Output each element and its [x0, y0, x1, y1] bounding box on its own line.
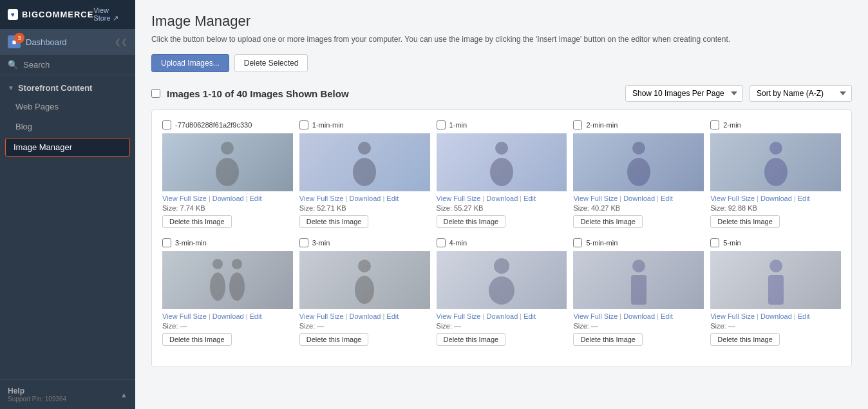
edit-link-9[interactable]: Edit — [798, 312, 810, 320]
view-store-link[interactable]: View Store ↗ — [93, 6, 127, 23]
images-controls: Show 10 Images Per PageShow 25 Images Pe… — [625, 85, 852, 102]
edit-link-5[interactable]: Edit — [250, 312, 262, 320]
view-full-size-link-6[interactable]: View Full Size — [299, 312, 344, 320]
sidebar-nav: Web Pages Blog Image Manager — [0, 97, 135, 158]
sidebar-dashboard-item[interactable]: ■ 3 Dashboard ❮❮ — [0, 29, 135, 55]
download-link-3[interactable]: Download — [623, 195, 655, 202]
image-name-row-4: 2-min — [710, 120, 841, 129]
image-size-5: Size: — — [162, 322, 293, 330]
edit-link-7[interactable]: Edit — [524, 312, 536, 320]
image-card-3: 2-min-min View Full Size|Download|Edit S… — [573, 120, 704, 228]
edit-link-3[interactable]: Edit — [661, 195, 673, 202]
image-checkbox-6[interactable] — [299, 238, 308, 247]
sidebar-search[interactable]: 🔍 Search — [0, 55, 135, 75]
sidebar-item-web-pages[interactable]: Web Pages — [0, 97, 135, 117]
sidebar-item-image-manager[interactable]: Image Manager — [5, 138, 130, 157]
image-checkbox-9[interactable] — [710, 238, 719, 247]
image-name-row-2: 1-min — [437, 120, 567, 129]
download-link-8[interactable]: Download — [623, 312, 655, 320]
view-full-size-link-1[interactable]: View Full Size — [299, 195, 344, 202]
svg-point-1 — [216, 158, 239, 186]
image-name-row-3: 2-min-min — [573, 120, 704, 129]
delete-button-3[interactable]: Delete this Image — [573, 215, 643, 228]
delete-button-4[interactable]: Delete this Image — [710, 215, 780, 228]
edit-link-4[interactable]: Edit — [798, 195, 810, 202]
delete-button-9[interactable]: Delete this Image — [710, 333, 780, 346]
dashboard-label: Dashboard — [26, 37, 67, 47]
image-checkbox-8[interactable] — [573, 238, 582, 247]
svg-point-17 — [489, 276, 514, 305]
image-card-6: 3-min View Full Size|Download|Edit Size:… — [299, 238, 430, 346]
sidebar-footer: Help Support Pin: 109364 ▲ — [0, 379, 135, 409]
image-size-2: Size: 55.27 KB — [437, 204, 567, 212]
help-label: Help — [8, 386, 66, 395]
image-name-1: 1-min-min — [312, 121, 430, 129]
image-checkbox-2[interactable] — [437, 120, 446, 129]
image-checkbox-1[interactable] — [299, 120, 308, 129]
image-checkbox-7[interactable] — [437, 238, 446, 247]
image-card-8: 5-min-min View Full Size|Download|Edit S… — [573, 238, 704, 346]
toolbar: Upload Images... Delete Selected — [151, 54, 852, 72]
edit-link-2[interactable]: Edit — [524, 195, 536, 202]
sidebar-logo: ♥ BIGCOMMERCE — [8, 9, 93, 20]
delete-button-5[interactable]: Delete this Image — [162, 333, 232, 346]
image-thumb-7 — [437, 251, 567, 309]
image-checkbox-5[interactable] — [162, 238, 171, 247]
delete-button-6[interactable]: Delete this Image — [299, 333, 369, 346]
image-thumb-4 — [710, 133, 841, 191]
delete-button-1[interactable]: Delete this Image — [299, 215, 369, 228]
download-link-2[interactable]: Download — [486, 195, 518, 202]
download-link-0[interactable]: Download — [212, 195, 244, 202]
image-thumb-3 — [573, 133, 704, 191]
download-link-6[interactable]: Download — [350, 312, 381, 320]
download-link-1[interactable]: Download — [350, 195, 381, 202]
view-full-size-link-7[interactable]: View Full Size — [437, 312, 481, 320]
svg-point-12 — [232, 259, 242, 269]
view-full-size-link-4[interactable]: View Full Size — [710, 195, 755, 202]
sidebar-section-storefront: ▼ Storefront Content — [0, 75, 135, 97]
support-pin: Support Pin: 109364 — [8, 395, 66, 403]
image-name-7: 4-min — [449, 239, 567, 247]
view-full-size-link-0[interactable]: View Full Size — [162, 195, 207, 202]
image-name-8: 5-min-min — [586, 239, 704, 247]
logo-text: BIGCOMMERCE — [22, 10, 93, 19]
edit-link-0[interactable]: Edit — [250, 195, 262, 202]
sidebar-item-blog[interactable]: Blog — [0, 117, 135, 137]
view-full-size-link-8[interactable]: View Full Size — [573, 312, 618, 320]
images-header: Images 1-10 of 40 Images Shown Below Sho… — [151, 85, 852, 102]
view-full-size-link-9[interactable]: View Full Size — [710, 312, 755, 320]
sort-select[interactable]: Sort by Name (A-Z)Sort by Name (Z-A)Sort… — [750, 85, 852, 102]
view-full-size-link-2[interactable]: View Full Size — [437, 195, 481, 202]
upload-images-button[interactable]: Upload Images... — [151, 54, 229, 72]
select-all-checkbox[interactable] — [151, 89, 160, 98]
chevron-right-icon: ❮❮ — [115, 37, 127, 46]
delete-selected-button[interactable]: Delete Selected — [234, 54, 308, 72]
edit-link-6[interactable]: Edit — [386, 312, 399, 320]
logo-icon: ♥ — [8, 9, 18, 20]
delete-button-7[interactable]: Delete this Image — [437, 333, 506, 346]
per-page-select[interactable]: Show 10 Images Per PageShow 25 Images Pe… — [625, 85, 743, 102]
main-content: Image Manager Click the button below to … — [135, 0, 868, 409]
image-card-5: 3-min-min View Full Size|Download|Edit S… — [162, 238, 293, 346]
image-checkbox-0[interactable] — [162, 120, 171, 129]
download-link-4[interactable]: Download — [760, 195, 792, 202]
svg-rect-21 — [768, 275, 784, 305]
delete-button-0[interactable]: Delete this Image — [162, 215, 232, 228]
download-link-5[interactable]: Download — [212, 312, 244, 320]
image-checkbox-4[interactable] — [710, 120, 719, 129]
sidebar: ♥ BIGCOMMERCE View Store ↗ ■ 3 Dashboard… — [0, 0, 135, 409]
image-size-8: Size: — — [573, 322, 704, 330]
image-thumb-2 — [437, 133, 567, 191]
section-title: Storefront Content — [18, 83, 93, 93]
image-checkbox-3[interactable] — [573, 120, 582, 129]
download-link-9[interactable]: Download — [760, 312, 792, 320]
image-card-1: 1-min-min View Full Size|Download|Edit S… — [299, 120, 430, 228]
view-full-size-link-5[interactable]: View Full Size — [162, 312, 207, 320]
delete-button-8[interactable]: Delete this Image — [573, 333, 643, 346]
view-full-size-link-3[interactable]: View Full Size — [573, 195, 618, 202]
delete-button-2[interactable]: Delete this Image — [437, 215, 506, 228]
edit-link-1[interactable]: Edit — [386, 195, 399, 202]
download-link-7[interactable]: Download — [486, 312, 518, 320]
edit-link-8[interactable]: Edit — [661, 312, 673, 320]
search-label: Search — [23, 60, 50, 70]
